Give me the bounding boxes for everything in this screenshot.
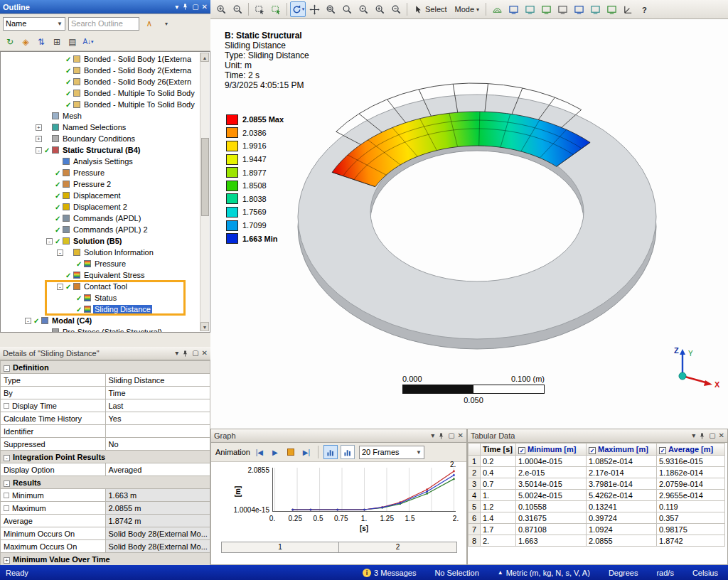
close-icon[interactable]: ✕	[719, 432, 724, 439]
tree-item-solution-information[interactable]: -Solution Information	[1, 247, 210, 258]
panel-menu-icon[interactable]: ▾	[175, 4, 178, 11]
frames-dropdown[interactable]: 20 Frames ▼	[359, 446, 424, 459]
table-row[interactable]: 10.21.0004e-0151.0852e-0145.9316e-015	[469, 456, 725, 467]
expander-icon[interactable]: -	[36, 147, 42, 154]
step-2-cell[interactable]: 2	[339, 542, 456, 552]
tree-item-analysis-settings[interactable]: Analysis Settings	[1, 156, 210, 167]
table-row[interactable]: 20.42.e-0152.17e-0141.1862e-014	[469, 467, 725, 478]
table-row[interactable]: 41.5.0024e-0155.4262e-0142.9655e-014	[469, 490, 725, 501]
expand-collapse-icon[interactable]: ⇅	[34, 35, 48, 49]
skip-end-button[interactable]: ▶|	[300, 446, 313, 458]
table-row[interactable]: 71.70.871081.09240.98175	[469, 524, 725, 535]
panel-menu-icon[interactable]: ▾	[431, 432, 434, 439]
pin-icon[interactable]	[437, 432, 445, 440]
section-collapse-icon[interactable]: -	[4, 365, 10, 372]
checkbox-checked-icon[interactable]: ✓	[589, 447, 596, 454]
col-time[interactable]: Time [s]	[481, 444, 516, 456]
pin-icon[interactable]	[181, 350, 189, 358]
panel-menu-icon[interactable]: ▾	[692, 432, 695, 439]
messages-status[interactable]: i 3 Messages	[363, 569, 416, 577]
worksheet-icon[interactable]: ▤	[65, 35, 80, 49]
tree-item-mesh[interactable]: Mesh	[1, 110, 210, 122]
checkbox-checked-icon[interactable]: ✓	[659, 447, 666, 454]
col-maximum[interactable]: ✓Maximum [m]	[587, 444, 657, 456]
col-average[interactable]: ✓Average [m]	[657, 444, 725, 456]
wireframe-button[interactable]	[489, 1, 505, 17]
tree-item-bonded-multi-2[interactable]: ✓Bonded - Multiple To Solid Body	[1, 99, 210, 110]
scroll-thumb[interactable]	[201, 138, 209, 216]
skip-start-button[interactable]: |◀	[253, 446, 266, 458]
tree-item-pressure-2[interactable]: ✓Pressure 2	[1, 178, 210, 190]
details-section-definition[interactable]: -Definition	[1, 361, 210, 374]
tree-item-displacement-2[interactable]: ✓Displacement 2	[1, 201, 210, 213]
tree-item-static-structural[interactable]: -✓Static Structural (B4)	[1, 144, 210, 156]
tree-item-sliding-distance[interactable]: ✓Sliding Distance	[1, 304, 210, 315]
expander-icon[interactable]: -	[46, 238, 53, 245]
section-plane-button[interactable]	[571, 1, 587, 17]
maximize-icon[interactable]: ▢	[448, 432, 454, 439]
tree-item-pressure-probe[interactable]: ✓Pressure	[1, 258, 210, 269]
details-section-minimum-value-over-time[interactable]: +Minimum Value Over Time	[1, 553, 210, 566]
search-options-icon[interactable]: ▾	[159, 16, 173, 31]
zoom-out-button[interactable]	[230, 1, 245, 17]
pin-icon[interactable]	[698, 432, 706, 440]
zoom-in-alt-button[interactable]	[372, 1, 387, 17]
chart-view-button[interactable]	[323, 445, 338, 459]
close-icon[interactable]: ✕	[202, 4, 208, 11]
tree-item-commands[interactable]: ✓Commands (APDL)	[1, 213, 210, 224]
tree-item-bonded-1[interactable]: ✓Bonded - Solid Body 1(Externa	[1, 53, 210, 65]
col-minimum[interactable]: ✓Minimum [m]	[516, 444, 587, 456]
section-collapse-icon[interactable]: +	[4, 557, 10, 564]
expander-icon[interactable]: -	[57, 249, 63, 256]
load-step-bar[interactable]: 1 2	[221, 542, 457, 553]
table-row[interactable]: 82.1.6632.08551.8742	[469, 535, 725, 547]
mode-dropdown[interactable]: Mode ▾	[451, 1, 483, 17]
coordinate-systems-button[interactable]	[604, 1, 619, 17]
stop-button[interactable]	[284, 446, 297, 458]
zoom-fit-button[interactable]	[355, 1, 371, 17]
details-section-results[interactable]: -Results	[1, 476, 210, 489]
tree-item-bonded-26[interactable]: ✓Bonded - Solid Body 26(Extern	[1, 76, 210, 87]
expander-icon[interactable]: -	[25, 318, 31, 324]
units-status[interactable]: ▲ Metric (m, kg, N, s, V, A)	[498, 569, 590, 577]
expander-icon[interactable]: +	[36, 124, 42, 131]
close-icon[interactable]: ✕	[458, 432, 464, 439]
tree-item-status[interactable]: ✓Status	[1, 292, 210, 304]
expander-icon[interactable]: -	[57, 284, 63, 290]
tree-item-modal[interactable]: -✓Modal (C4)	[1, 315, 210, 326]
pin-icon[interactable]	[181, 3, 189, 11]
show-vertices-button[interactable]	[538, 1, 554, 17]
expand-all-icon[interactable]: ⊞	[50, 35, 64, 49]
zoom-dynamic-button[interactable]	[339, 1, 355, 17]
show-mesh-button[interactable]	[522, 1, 537, 17]
close-icon[interactable]: ✕	[202, 350, 208, 357]
shaded-exterior-button[interactable]	[505, 1, 521, 17]
geometry-viewport[interactable]: B: Static Structural Sliding Distance Ty…	[210, 19, 728, 429]
search-input[interactable]	[68, 17, 139, 31]
temperature-unit-status[interactable]: Celsius	[692, 569, 718, 577]
zoom-out-alt-button[interactable]	[388, 1, 404, 17]
section-collapse-icon[interactable]: -	[4, 480, 10, 487]
tabular-data-table[interactable]: Time [s] ✓Minimum [m] ✓Maximum [m] ✓Aver…	[468, 443, 725, 547]
tree-item-displacement[interactable]: ✓Displacement	[1, 190, 210, 201]
query-button[interactable]	[636, 1, 652, 17]
expander-icon[interactable]: +	[36, 136, 42, 142]
scroll-down-icon[interactable]: ▼	[200, 322, 209, 331]
checkbox-checked-icon[interactable]: ✓	[518, 447, 525, 454]
maximize-icon[interactable]: ▢	[709, 432, 715, 439]
section-collapse-icon[interactable]: -	[4, 455, 10, 461]
tree-item-commands-2[interactable]: ✓Commands (APDL) 2	[1, 224, 210, 235]
details-section-integration-point-results[interactable]: -Integration Point Results	[1, 451, 210, 463]
box-select-button[interactable]	[252, 1, 267, 17]
refresh-icon[interactable]: ↻	[3, 35, 17, 49]
tree-item-boundary-conditions[interactable]: +Boundary Conditions	[1, 133, 210, 144]
chart-stacked-button[interactable]	[341, 445, 355, 459]
zoom-in-button[interactable]	[213, 1, 229, 17]
angle-unit-status[interactable]: Degrees	[609, 569, 638, 577]
filter-type-dropdown[interactable]: Name ▼	[3, 17, 65, 31]
viewports-button[interactable]	[555, 1, 570, 17]
tree-item-bonded-multi-1[interactable]: ✓Bonded - Multiple To Solid Body	[1, 87, 210, 99]
scroll-up-icon[interactable]: ▲	[200, 53, 209, 62]
annotations-button[interactable]	[587, 1, 603, 17]
filter-eraser-icon[interactable]: ◈	[18, 35, 33, 49]
